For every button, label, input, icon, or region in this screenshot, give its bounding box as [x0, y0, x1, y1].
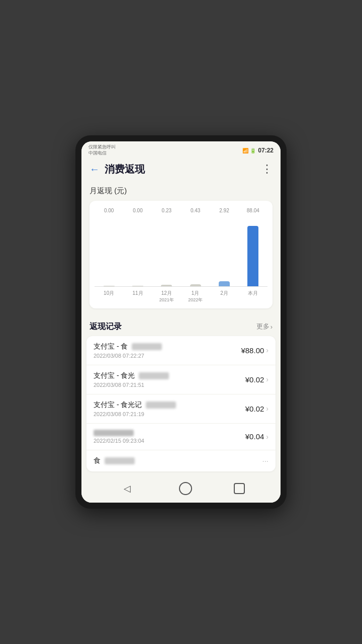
status-right: 📶 🔋 07:22	[242, 147, 274, 154]
status-bar: 仅限紧急呼叫 中国电信 📶 🔋 07:22	[81, 141, 281, 158]
chart-val-4: 2.92	[212, 208, 237, 213]
status-icons: 📶 🔋	[242, 148, 256, 153]
month-label-5: 本月	[240, 290, 265, 303]
month-label-0: 10月	[97, 290, 122, 303]
status-left: 仅限紧急呼叫 中国电信	[88, 144, 116, 156]
record-amount-2: ¥0.02	[245, 405, 264, 413]
record-left-4: 食	[94, 456, 262, 465]
home-nav-button[interactable]	[179, 482, 192, 495]
record-left-3: 2022/02/15 09:23:04	[94, 430, 245, 444]
chart-section: 月返现 (元) 0.00 0.00 0.23 0.43 2.92 88.04	[81, 181, 281, 316]
bar-2	[161, 285, 172, 286]
blurred-name-2	[146, 401, 176, 409]
record-name-0: 支付宝 - 食	[94, 342, 241, 351]
top-nav: ← 消费返现 ⋮	[81, 158, 281, 181]
phone-screen: 仅限紧急呼叫 中国电信 📶 🔋 07:22 ← 消费返现 ⋮ 月返现 (元)	[81, 141, 281, 502]
blurred-name-1	[139, 372, 169, 379]
chart-val-0: 0.00	[97, 208, 122, 213]
record-right-4: ···	[262, 456, 268, 465]
bar-3	[190, 284, 201, 286]
bar-col-1	[125, 286, 150, 286]
record-amount-1: ¥0.02	[245, 375, 264, 384]
record-right-2: ¥0.02 ›	[245, 405, 268, 413]
bar-col-2	[154, 285, 179, 286]
record-date-0: 2022/03/08 07:22:27	[94, 353, 241, 359]
record-right-1: ¥0.02 ›	[245, 375, 268, 384]
bar-4	[219, 281, 230, 286]
record-date-3: 2022/02/15 09:23:04	[94, 438, 245, 444]
record-name-3	[94, 430, 245, 436]
month-label-2: 12月2021年	[154, 290, 179, 303]
chevron-icon-3: ›	[266, 433, 268, 441]
month-label-4: 2月	[212, 290, 237, 303]
battery-icon: 🔋	[250, 148, 256, 153]
signal-icon: 📶	[242, 148, 248, 153]
record-item-0[interactable]: 支付宝 - 食 2022/03/08 07:22:27 ¥88.00 ›	[86, 336, 276, 365]
record-amount-0: ¥88.00	[241, 346, 264, 355]
chart-section-label: 月返现 (元)	[89, 186, 273, 196]
time-display: 07:22	[258, 147, 274, 154]
month-label-3: 1月2022年	[183, 290, 208, 303]
record-right-3: ¥0.04 ›	[245, 432, 268, 441]
back-nav-button[interactable]: ◁	[117, 481, 137, 496]
record-item-2[interactable]: 支付宝 - 食光记 2022/03/08 07:21:19 ¥0.02 ›	[86, 394, 276, 424]
record-item-1[interactable]: 支付宝 - 食光 2022/03/08 07:21:51 ¥0.02 ›	[86, 365, 276, 394]
record-name-2: 支付宝 - 食光记	[94, 400, 245, 410]
chart-val-2: 0.23	[154, 208, 179, 213]
record-item-4[interactable]: 食 ···	[86, 450, 276, 471]
record-date-2: 2022/03/08 07:21:19	[94, 411, 245, 417]
month-label-1: 11月	[125, 290, 150, 303]
blurred-name-3	[94, 430, 134, 436]
chart-val-5: 88.04	[240, 208, 265, 213]
chevron-right-icon: ›	[270, 323, 273, 331]
more-records-link[interactable]: 更多 ›	[256, 322, 273, 331]
bar-col-3	[183, 284, 208, 286]
record-left-1: 支付宝 - 食光 2022/03/08 07:21:51	[94, 371, 245, 388]
records-list: 支付宝 - 食 2022/03/08 07:22:27 ¥88.00 ›	[86, 336, 276, 471]
chart-val-1: 0.00	[125, 208, 150, 213]
phone-frame: 仅限紧急呼叫 中国电信 📶 🔋 07:22 ← 消费返现 ⋮ 月返现 (元)	[75, 135, 287, 508]
record-name-4: 食	[94, 456, 262, 465]
record-date-1: 2022/03/08 07:21:51	[94, 382, 245, 388]
chart-values-row: 0.00 0.00 0.23 0.43 2.92 88.04	[95, 208, 267, 213]
chart-container: 0.00 0.00 0.23 0.43 2.92 88.04	[89, 201, 273, 308]
back-button[interactable]: ←	[89, 164, 100, 175]
record-left-0: 支付宝 - 食 2022/03/08 07:22:27	[94, 342, 241, 359]
records-section: 返现记录 更多 › 支付宝 - 食 2022/03/08 07:22:27	[81, 316, 281, 476]
chevron-icon-0: ›	[266, 346, 268, 354]
bar-col-4	[212, 281, 237, 286]
recent-nav-button[interactable]	[234, 483, 245, 494]
record-amount-3: ¥0.04	[245, 432, 264, 441]
page-title: 消费返现	[105, 163, 261, 176]
records-header: 返现记录 更多 ›	[81, 316, 281, 336]
record-name-1: 支付宝 - 食光	[94, 371, 245, 380]
bar-col-5	[240, 226, 265, 286]
record-item-3[interactable]: 2022/02/15 09:23:04 ¥0.04 ›	[86, 424, 276, 450]
chart-months: 10月 11月 12月2021年 1月2022年 2月 本月	[95, 290, 267, 303]
bar-1	[132, 286, 143, 286]
bar-col-0	[97, 286, 122, 286]
record-amount-4: ···	[262, 456, 268, 465]
blurred-name-0	[132, 343, 162, 350]
more-menu-button[interactable]: ⋮	[261, 163, 273, 176]
records-title: 返现记录	[89, 321, 122, 332]
chart-val-3: 0.43	[183, 208, 208, 213]
record-left-2: 支付宝 - 食光记 2022/03/08 07:21:19	[94, 400, 245, 417]
bar-0	[104, 286, 115, 286]
record-right-0: ¥88.00 ›	[241, 346, 268, 355]
bottom-nav: ◁	[81, 476, 281, 503]
chevron-icon-1: ›	[266, 375, 268, 383]
chevron-icon-2: ›	[266, 405, 268, 413]
bar-5	[247, 226, 258, 286]
bars-area	[95, 216, 267, 287]
blurred-name-4	[105, 457, 135, 464]
